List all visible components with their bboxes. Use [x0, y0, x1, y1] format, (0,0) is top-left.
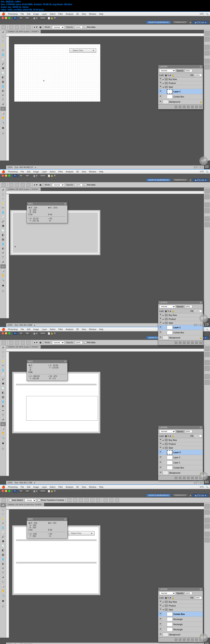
menu-layer[interactable]: Layer: [42, 170, 47, 173]
menu-layer[interactable]: Layer: [42, 13, 47, 15]
menu-analysis[interactable]: Analysis: [66, 170, 73, 173]
workspace-essentials[interactable]: ESSENTIALS: [172, 21, 188, 24]
canvas[interactable]: [12, 372, 100, 433]
menu-photoshop[interactable]: Photoshop: [8, 170, 18, 173]
zoom-button[interactable]: [8, 174, 10, 177]
link-icon[interactable]: [174, 106, 178, 108]
quickmask-tool[interactable]: ◻: [0, 131, 6, 135]
align-vcenter-icon[interactable]: [73, 498, 77, 502]
move-tool[interactable]: ⬈: [0, 30, 6, 34]
workspace-geoff[interactable]: GEOFF'S WORKSPACE: [146, 21, 171, 24]
adjust-icon[interactable]: [187, 106, 190, 108]
info-panel[interactable]: INFO☰ ✱ R : 255 G : 255 B : 255 ✱ K : 0%…: [26, 517, 68, 538]
align-top-icon[interactable]: [67, 498, 72, 502]
3d-tool[interactable]: 🎲: [0, 111, 6, 115]
minimize-button[interactable]: [5, 17, 7, 19]
crop-tool[interactable]: ✂: [0, 48, 6, 52]
type-tool[interactable]: T: [0, 98, 6, 102]
path-tool[interactable]: ⬈: [0, 102, 6, 106]
search-icon[interactable]: 🔍: [206, 13, 208, 15]
status-doc[interactable]: Doc: 483.4K/990.1K: [15, 166, 33, 168]
menu-edit[interactable]: Edit: [27, 170, 30, 173]
info-panel[interactable]: INFO☰ ✱ R : G : B : + X : 20.00 Y : 110.…: [26, 360, 68, 381]
align-hcenter-icon[interactable]: [90, 498, 94, 502]
dock-character-icon[interactable]: [205, 45, 210, 50]
combo-box-element[interactable]: - Select One -▼: [70, 48, 96, 53]
marquee-sub-icon[interactable]: [21, 26, 25, 29]
menu-analysis[interactable]: Analysis: [66, 13, 73, 15]
move-tool-preset-icon[interactable]: [2, 498, 6, 502]
stamp-tool[interactable]: ⬢: [0, 66, 6, 70]
shape-tool[interactable]: ▭: [0, 107, 6, 111]
info-panel[interactable]: INFO☰ ✱ R : 204 G : 204 B : 204 ✱ K : 25…: [26, 202, 68, 223]
fx-icon[interactable]: [179, 106, 182, 108]
dock-color-icon[interactable]: [205, 37, 210, 42]
menu-file[interactable]: File: [21, 170, 24, 173]
tool-preset-icon[interactable]: [2, 26, 6, 29]
marquee-new-icon[interactable]: [9, 26, 13, 29]
cs-live-button[interactable]: ◉ CS Live ▼: [192, 21, 209, 24]
hand-tool[interactable]: ✋: [0, 116, 6, 120]
menu-filter[interactable]: Filter: [58, 170, 63, 173]
mb-button[interactable]: Mb: [24, 16, 30, 20]
dock-swatches-icon[interactable]: [205, 31, 210, 36]
brush-tool[interactable]: 🖌: [0, 62, 6, 66]
combo-box-element[interactable]: - Select One -▼: [68, 531, 94, 536]
menu-window[interactable]: Window: [89, 170, 96, 173]
gradient-tool[interactable]: ▦: [0, 80, 6, 84]
pen-tool[interactable]: ✒: [0, 93, 6, 97]
menu-help[interactable]: Help: [99, 170, 103, 173]
dock-info-icon[interactable]: [205, 64, 210, 70]
brush-icon[interactable]: ● ▼: [34, 26, 38, 28]
document-tab[interactable]: Untitled-1 @ 150% (Layer 1, RGB/8) *: [6, 30, 41, 34]
align-right-icon[interactable]: [96, 498, 100, 502]
eyedropper-tool[interactable]: 💧: [0, 53, 6, 57]
minimize-button[interactable]: [5, 174, 7, 177]
menu-select[interactable]: Select: [50, 13, 56, 15]
zoom-level[interactable]: 150%: [39, 16, 46, 20]
marquee-tool[interactable]: ⬚: [0, 34, 6, 39]
align-bottom-icon[interactable]: [79, 498, 83, 502]
layer-opacity-input[interactable]: [185, 69, 192, 72]
layer-fill-input[interactable]: [194, 74, 202, 76]
brush-panel-icon[interactable]: ▦: [40, 26, 41, 28]
heal-tool[interactable]: 🩹: [0, 57, 6, 61]
menu-photoshop[interactable]: Photoshop: [8, 13, 18, 15]
close-button[interactable]: [2, 17, 4, 19]
dodge-tool[interactable]: ◐: [0, 89, 6, 93]
eraser-tool[interactable]: ◧: [0, 75, 6, 79]
auto-select-checkbox[interactable]: [9, 499, 12, 501]
status-zoom[interactable]: 150%: [7, 166, 13, 168]
move-tool[interactable]: ⬈: [0, 503, 6, 507]
marquee-int-icon[interactable]: [26, 26, 30, 29]
zoom-button[interactable]: [8, 17, 10, 19]
menu-view[interactable]: View: [82, 13, 86, 15]
br-button[interactable]: Br: [19, 16, 23, 20]
aa-checkbox[interactable]: ✓: [84, 26, 86, 28]
distribute-icon[interactable]: [104, 498, 108, 502]
layer-blend-select[interactable]: Normal: [159, 69, 176, 72]
wand-tool[interactable]: ✨: [0, 44, 6, 48]
layers-panel[interactable]: LAYERS☰ Normal Opacity: Lock: ▦ ✎ ⬈ 🔒 Fi…: [158, 65, 203, 109]
canvas[interactable]: - Select One -▼ +: [14, 44, 100, 102]
menu-edit[interactable]: Edit: [27, 13, 30, 15]
marquee-add-icon[interactable]: [15, 26, 19, 29]
group-icon[interactable]: [191, 106, 194, 108]
auto-select-target[interactable]: Group: [25, 498, 36, 502]
color-swatch[interactable]: ◼: [0, 125, 6, 131]
show-transform-checkbox[interactable]: [38, 499, 40, 501]
opacity-input[interactable]: [75, 26, 82, 29]
apple-icon[interactable]: 🍎: [2, 12, 5, 16]
dock-history-icon[interactable]: [205, 59, 210, 64]
menu-3d[interactable]: 3D: [76, 13, 79, 15]
align-left-icon[interactable]: [84, 498, 89, 502]
menu-view[interactable]: View: [82, 170, 86, 173]
menu-image[interactable]: Image: [33, 170, 39, 173]
apple-icon[interactable]: 🍎: [2, 170, 5, 173]
search-icon[interactable]: 🔍: [206, 170, 208, 173]
menu-help[interactable]: Help: [99, 13, 103, 15]
menu-image[interactable]: Image: [33, 13, 39, 15]
menu-3d[interactable]: 3D: [76, 170, 79, 173]
blur-tool[interactable]: 💧: [0, 84, 6, 88]
new-layer-icon[interactable]: [195, 106, 198, 108]
